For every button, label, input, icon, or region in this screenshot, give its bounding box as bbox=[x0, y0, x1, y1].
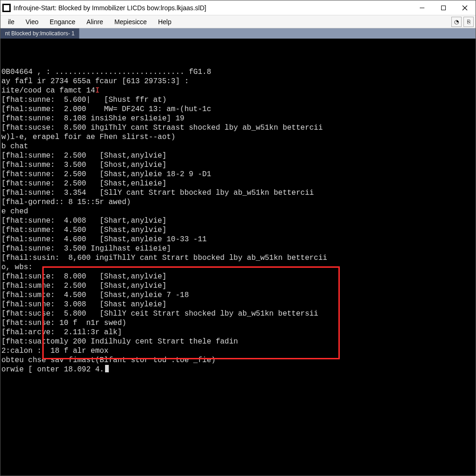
terminal-line: [fhal:sunne: 4.600 [Shast,anyleie 10-33 … bbox=[1, 235, 472, 244]
terminal-line: [fhal:sunne: 3.354 [SllY cant Strart bbo… bbox=[1, 188, 472, 198]
maximize-button[interactable] bbox=[433, 0, 454, 15]
terminal-line: [fhal:sunte: 8.000 [Shast,anylvie] bbox=[1, 272, 472, 281]
tabstrip: nt Blocked by:lmolicatiors- 1 bbox=[0, 28, 476, 39]
terminal-line: iite/cood ca famct 14I bbox=[1, 86, 472, 95]
terminal-line: w)l-e, erapel foir ae Fhen slirst--aot) bbox=[1, 132, 472, 142]
tab-label: nt Blocked by:lmolicatiors- 1 bbox=[5, 30, 74, 37]
menu-mepiesicce[interactable]: Mepiesicce bbox=[109, 17, 152, 26]
terminal-line: 2:calon : 18 f alr emox bbox=[1, 346, 472, 356]
terminal-line: [fhat:sucse: 8.500 ihgiThlY cant Straast… bbox=[1, 123, 472, 132]
app-icon bbox=[2, 4, 11, 12]
terminal-line: [fhat:sunne: 2.500 [Shast,enlieie] bbox=[1, 179, 472, 188]
toolbar-icon-2[interactable]: ⎘ bbox=[463, 17, 474, 27]
maximize-icon bbox=[441, 5, 446, 11]
terminal-line: [fhal:sumte: 4.500 [Shast,anyleie 7 -18 bbox=[1, 291, 472, 300]
minimize-button[interactable] bbox=[411, 0, 433, 15]
terminal-output[interactable]: 0B04664 , : ............................… bbox=[0, 39, 476, 476]
menu-file[interactable]: ile bbox=[2, 17, 20, 26]
terminal-line: [fhat:sunne: 5.600| [Shust ffr at) bbox=[1, 95, 472, 105]
toolbar-icon-1[interactable]: ◔ bbox=[451, 17, 462, 27]
window-controls bbox=[411, 0, 476, 15]
titlebar: Infroujne-Start: Blocked by Immobilizer … bbox=[0, 0, 476, 15]
menu-help[interactable]: Help bbox=[152, 17, 177, 26]
window-title: Infroujne-Start: Blocked by Immobilizer … bbox=[13, 4, 411, 12]
terminal-line: o, wbs: bbox=[1, 263, 472, 272]
terminal-line: [fhat:sunne: 8.108 insiShie erslieie] 19 bbox=[1, 114, 472, 123]
app-window: Infroujne-Start: Blocked by Immobilizer … bbox=[0, 0, 476, 476]
terminal-line: [fhal:sunne: 3.500 Ingilhast eilieie] bbox=[1, 244, 472, 253]
terminal-line: [fhal:arcve: 2.11l:3r alk] bbox=[1, 328, 472, 337]
menubar: ile Vieo Engance Alinre Mepiesicce Help … bbox=[0, 15, 476, 28]
terminal-line: [fhat:sunme: 4.500 [Shast,anylvie] bbox=[1, 225, 472, 235]
terminal-line: 0B04664 , : ............................… bbox=[1, 67, 472, 77]
red-marker: I bbox=[95, 86, 100, 95]
minimize-icon bbox=[419, 5, 425, 11]
terminal-line: e ched bbox=[1, 207, 472, 216]
close-button[interactable] bbox=[454, 0, 476, 15]
terminal-line: [fhal:sunme: 2.500 [Shast,anylvie] bbox=[1, 151, 472, 160]
menu-alinre[interactable]: Alinre bbox=[81, 17, 109, 26]
svg-rect-1 bbox=[442, 6, 446, 10]
terminal-line: [fhal:sunme: 3.500 [Shost,anylvie] bbox=[1, 160, 472, 170]
menu-view[interactable]: Vieo bbox=[20, 17, 44, 26]
terminal-line: ay fafl ir 2734 655a fcaur [613 29735:3]… bbox=[1, 77, 472, 86]
terminal-line: [fhal:sunne: 3.008 [Shast anyleie] bbox=[1, 300, 472, 309]
cursor-icon bbox=[105, 365, 109, 372]
terminal-line: [fhat:sunse: 10 f n1r swed) bbox=[1, 318, 472, 328]
terminal-line: [fhat:sunne: 2.500 [Shast,anyleie 18-2 9… bbox=[1, 170, 472, 179]
terminal-line: [fhat:suattomly 200 Indilhuly cent Strar… bbox=[1, 337, 472, 346]
terminal-line: [fhal-gorned:: 8 15::5r awed) bbox=[1, 198, 472, 207]
terminal-line: [fhat:sunne: 4.008 [Shart,anylvie] bbox=[1, 216, 472, 225]
terminal-line: orwie [ onter 18.092 4. bbox=[1, 365, 472, 374]
terminal-line: obteu chse sav fimast(Blfant stor tod .t… bbox=[1, 356, 472, 365]
close-icon bbox=[462, 5, 468, 11]
terminal-line: [fhat:sucse: 5.800 [ShllY ceit Strart sh… bbox=[1, 309, 472, 318]
terminal-line: [fhail:susin: 8,600 ingiThllY cant Strar… bbox=[1, 253, 472, 263]
terminal-line: b chat bbox=[1, 142, 472, 151]
terminal-line: [fhal:sumne: 2.500 [Shast,anylvie] bbox=[1, 281, 472, 291]
menu-engance[interactable]: Engance bbox=[44, 17, 81, 26]
terminal-line: [fhal:sunme: 2.000 MW= DF24C 13: am-(hut… bbox=[1, 105, 472, 114]
tab-active[interactable]: nt Blocked by:lmolicatiors- 1 bbox=[0, 28, 79, 39]
